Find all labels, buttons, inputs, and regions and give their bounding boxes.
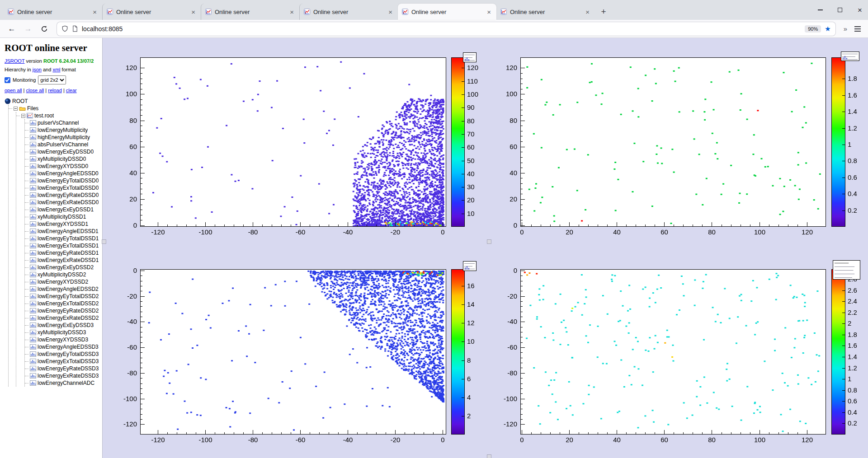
close-window-button[interactable]: × xyxy=(856,6,863,14)
tree-item[interactable]: lowEnergyExEyDSSD2 xyxy=(25,264,100,271)
histogram-icon xyxy=(30,243,36,248)
maximize-button[interactable] xyxy=(836,6,844,14)
tree-item[interactable]: lowEnergyExRateDSSD0 xyxy=(25,199,100,206)
tree-item[interactable]: lowEnergyEyRateDSSD0 xyxy=(25,192,100,199)
tree-item[interactable]: absPulserVsChannel xyxy=(25,141,100,148)
tree-item-label: lowEnergyExRateDSSD0 xyxy=(38,199,99,206)
zoom-level-badge[interactable]: 90% xyxy=(805,25,821,33)
page-info-icon xyxy=(72,25,78,32)
new-tab-button[interactable]: + xyxy=(597,5,610,19)
histogram-pad-top-left[interactable] xyxy=(103,38,489,242)
tree-item[interactable]: lowEnergyExRateDSSD2 xyxy=(25,314,100,322)
browser-tab[interactable]: Online server× xyxy=(201,4,299,20)
tree-item[interactable]: highEnergyMultiplicity xyxy=(25,134,100,141)
browser-tab[interactable]: Online server× xyxy=(4,4,102,20)
tree-item[interactable]: xyMultiplicityDSSD2 xyxy=(25,271,100,278)
tree-item[interactable]: lowEnergyEyTotalDSSD2 xyxy=(25,293,100,300)
grid-resize-handle[interactable] xyxy=(102,239,106,244)
tree-item[interactable]: lowEnergyXYDSSD1 xyxy=(25,220,100,228)
histogram-icon xyxy=(30,265,36,270)
tree-item-label: pulserVsChannel xyxy=(38,120,79,126)
tree-item[interactable]: lowEnergyAngleEDSSD0 xyxy=(25,170,100,177)
tree-item[interactable]: lowEnergyExTotalDSSD1 xyxy=(25,242,100,249)
tree-item-root[interactable]: ROOT xyxy=(5,98,100,105)
hierarchy-action-link[interactable]: close all xyxy=(26,88,44,93)
histogram-icon xyxy=(30,236,36,241)
tree-item[interactable]: lowEnergyEyTotalDSSD1 xyxy=(25,235,100,242)
tree-item[interactable]: lowEnergyExEyDSSD3 xyxy=(25,322,100,329)
browser-tab[interactable]: Online server× xyxy=(496,4,595,20)
minimize-button[interactable] xyxy=(816,6,824,14)
tree-item[interactable]: xyMultiplicityDSSD3 xyxy=(25,329,100,336)
tree-item[interactable]: lowEnergyExEyDSSD0 xyxy=(25,148,100,155)
tree-item[interactable]: lowEnergyEyRateDSSD3 xyxy=(25,365,100,372)
tree-item[interactable]: lowEnergyEyRateDSSD1 xyxy=(25,249,100,257)
xml-link[interactable]: xml xyxy=(52,67,60,72)
tree-item-label: lowEnergyExTotalDSSD3 xyxy=(38,358,99,365)
tab-close-icon[interactable]: × xyxy=(584,8,591,16)
tree-item[interactable]: pulserVsChannel xyxy=(25,119,100,126)
url-text: localhost:8085 xyxy=(82,25,123,33)
tree-item-label: lowEnergyEyRateDSSD1 xyxy=(38,250,99,256)
tree-item-file[interactable]: test.root xyxy=(16,112,100,119)
grid-resize-handle[interactable] xyxy=(487,239,491,244)
histogram-icon xyxy=(30,373,36,379)
histogram-icon xyxy=(30,272,36,277)
tab-close-icon[interactable]: × xyxy=(91,8,98,16)
tree-item[interactable]: lowEnergyMultiplicity xyxy=(25,126,100,134)
forward-button[interactable]: → xyxy=(22,23,34,35)
histogram-pad-bottom-left[interactable] xyxy=(103,242,489,458)
tree-item[interactable]: lowEnergyEyRateDSSD2 xyxy=(25,307,100,314)
tab-close-icon[interactable]: × xyxy=(486,8,492,16)
histogram-icon xyxy=(30,171,36,176)
tree-item[interactable]: lowEnergyExTotalDSSD3 xyxy=(25,358,100,365)
back-button[interactable]: ← xyxy=(5,23,18,35)
layout-select[interactable]: grid 2x2 xyxy=(38,75,66,84)
tree-item-label: lowEnergyAngleEDSSD2 xyxy=(38,286,99,292)
url-bar[interactable]: localhost:8085 90% ★ xyxy=(57,22,835,36)
browser-tab[interactable]: Online server× xyxy=(299,4,398,20)
tree-item-label: lowEnergyExEyDSSD0 xyxy=(38,149,94,155)
tab-close-icon[interactable]: × xyxy=(387,8,394,16)
tree-item[interactable]: lowEnergyExRateDSSD1 xyxy=(25,257,100,264)
tree-item-label: lowEnergyExTotalDSSD2 xyxy=(38,300,99,307)
tree-item[interactable]: lowEnergyXYDSSD0 xyxy=(25,163,100,170)
tree-item[interactable]: lowEnergyXYDSSD2 xyxy=(25,278,100,285)
grid-resize-handle[interactable] xyxy=(487,454,491,458)
hierarchy-action-link[interactable]: reload xyxy=(48,88,62,93)
tree-item[interactable]: lowEnergyEyTotalDSSD3 xyxy=(25,351,100,358)
tree-item[interactable]: lowEnergyExTotalDSSD2 xyxy=(25,300,100,307)
tab-close-icon[interactable]: × xyxy=(190,8,197,16)
hierarchy-action-link[interactable]: open all xyxy=(5,88,22,93)
tree-item[interactable]: lowEnergyAngleEDSSD1 xyxy=(25,228,100,235)
bookmark-star-icon[interactable]: ★ xyxy=(825,25,830,33)
json-link[interactable]: json xyxy=(33,67,42,72)
monitoring-checkbox[interactable] xyxy=(5,77,10,83)
tree-item[interactable]: lowEnergyExTotalDSSD0 xyxy=(25,184,100,192)
tab-close-icon[interactable]: × xyxy=(288,8,295,16)
tree-item[interactable]: lowEnergyEyTotalDSSD0 xyxy=(25,177,100,184)
browser-tab[interactable]: Online server× xyxy=(102,4,201,20)
tree-item[interactable]: lowEnergyAngleEDSSD3 xyxy=(25,343,100,351)
tree-item[interactable]: xyMultiplicityDSSD1 xyxy=(25,213,100,220)
tree-item[interactable]: xyMultiplicityDSSD0 xyxy=(25,155,100,163)
tree-item[interactable]: lowEnergyXYDSSD3 xyxy=(25,336,100,343)
histogram-icon xyxy=(30,185,36,191)
hierarchy-action-link[interactable]: clear xyxy=(66,88,77,93)
collapse-icon[interactable] xyxy=(21,114,25,118)
tree-item[interactable]: lowEnergyExRateDSSD3 xyxy=(25,372,100,379)
tree-item[interactable]: lowEnergyAngleEDSSD2 xyxy=(25,285,100,293)
tree-item[interactable]: lowEnergyExEyDSSD1 xyxy=(25,206,100,213)
reload-button[interactable] xyxy=(38,23,51,35)
overflow-chevron-icon[interactable]: » xyxy=(842,25,849,33)
tree-item[interactable]: lowEnergyChannelADC xyxy=(25,379,100,387)
histogram-icon xyxy=(30,330,36,335)
browser-tab[interactable]: Online server× xyxy=(398,4,496,20)
collapse-icon[interactable] xyxy=(14,107,18,111)
tab-bar: Online server×Online server×Online serve… xyxy=(0,0,868,20)
tree-item-files[interactable]: Files xyxy=(9,105,100,112)
histogram-pad-top-right[interactable] xyxy=(489,38,868,242)
histogram-pad-bottom-right[interactable] xyxy=(489,242,868,458)
jsroot-link[interactable]: JSROOT xyxy=(5,58,24,64)
menu-hamburger-icon[interactable] xyxy=(853,24,863,33)
